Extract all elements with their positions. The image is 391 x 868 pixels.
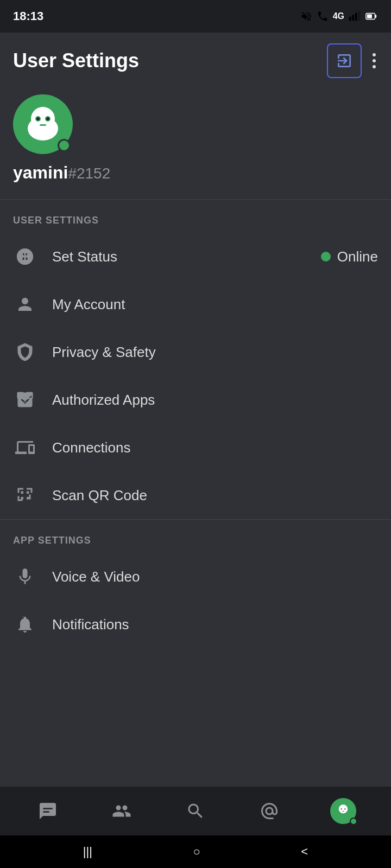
- nav-avatar-icon: [335, 803, 351, 819]
- svg-rect-21: [342, 811, 345, 812]
- svg-point-12: [46, 117, 49, 120]
- svg-rect-5: [367, 14, 372, 18]
- logout-icon: [336, 52, 353, 69]
- svg-rect-1: [352, 15, 354, 21]
- username-row: yamini #2152: [13, 163, 378, 183]
- menu-item-voice-video[interactable]: Voice & Video: [0, 553, 391, 601]
- svg-rect-13: [40, 124, 46, 126]
- android-nav-bar: ||| ○ <: [0, 835, 391, 868]
- menu-item-set-status[interactable]: Set Status Online: [0, 233, 391, 280]
- header-actions: [327, 43, 378, 78]
- nav-item-friends[interactable]: [100, 795, 143, 827]
- menu-item-my-account[interactable]: My Account: [0, 280, 391, 328]
- avatar-container: [13, 94, 73, 154]
- nav-item-profile[interactable]: [321, 795, 365, 827]
- privacy-safety-label: Privacy & Safety: [52, 344, 378, 361]
- svg-point-11: [36, 117, 40, 120]
- status-icons: 4G: [300, 10, 378, 22]
- status-bar: 18:13 4G: [0, 0, 391, 33]
- profile-section: yamini #2152: [0, 89, 391, 199]
- svg-point-20: [344, 808, 345, 809]
- search-nav-icon: [186, 801, 205, 821]
- network-icon: 4G: [333, 11, 344, 21]
- discord-avatar-icon: [21, 103, 65, 146]
- privacy-safety-icon: [13, 340, 37, 364]
- battery-icon: [365, 10, 378, 22]
- app-settings-section-header: APP SETTINGS: [0, 520, 391, 553]
- mentions-nav-icon: [260, 801, 279, 821]
- menu-item-privacy-safety[interactable]: Privacy & Safety: [0, 328, 391, 376]
- set-status-icon: [13, 245, 37, 269]
- connections-icon: [13, 436, 37, 459]
- notifications-label: Notifications: [52, 616, 378, 633]
- mute-icon: [300, 10, 312, 22]
- chat-nav-icon: [38, 801, 58, 821]
- status-text: Online: [337, 248, 378, 265]
- set-status-label: Set Status: [52, 248, 306, 265]
- my-account-icon: [13, 292, 37, 316]
- svg-point-8: [31, 107, 55, 131]
- more-options-button[interactable]: [370, 51, 378, 71]
- my-account-label: My Account: [52, 296, 378, 313]
- user-settings-section-header: USER SETTINGS: [0, 200, 391, 233]
- status-time: 18:13: [13, 9, 43, 23]
- menu-item-connections[interactable]: Connections: [0, 424, 391, 471]
- menu-item-scan-qr-code[interactable]: Scan QR Code: [0, 471, 391, 519]
- android-nav-recents[interactable]: |||: [83, 845, 92, 859]
- voice-video-icon: [13, 565, 37, 589]
- username: yamini: [13, 163, 68, 183]
- signal-icon: [349, 10, 361, 22]
- notifications-icon: [13, 612, 37, 636]
- voip-icon: [317, 10, 329, 22]
- voice-video-label: Voice & Video: [52, 569, 378, 585]
- svg-rect-0: [349, 17, 351, 21]
- svg-rect-17: [43, 811, 49, 813]
- friends-nav-icon: [112, 801, 131, 821]
- svg-point-19: [341, 808, 342, 809]
- android-nav-back[interactable]: <: [301, 845, 308, 859]
- connections-label: Connections: [52, 439, 378, 456]
- menu-item-notifications[interactable]: Notifications: [0, 601, 391, 648]
- authorized-apps-icon: [13, 388, 37, 412]
- scan-qr-code-icon: [13, 483, 37, 507]
- nav-item-mentions[interactable]: [248, 795, 291, 827]
- discriminator: #2152: [68, 165, 110, 182]
- menu-item-authorized-apps[interactable]: Authorized Apps: [0, 376, 391, 424]
- svg-rect-3: [358, 11, 360, 21]
- online-indicator: [321, 252, 331, 261]
- header: User Settings: [0, 33, 391, 89]
- bottom-nav: [0, 787, 391, 835]
- page-title: User Settings: [13, 49, 139, 72]
- svg-rect-16: [43, 808, 53, 809]
- authorized-apps-label: Authorized Apps: [52, 392, 378, 409]
- nav-item-chat[interactable]: [26, 795, 70, 827]
- nav-item-search[interactable]: [174, 795, 217, 827]
- logout-button[interactable]: [327, 43, 362, 78]
- svg-rect-6: [375, 15, 376, 18]
- status-display: Online: [321, 248, 378, 265]
- android-nav-home[interactable]: ○: [193, 845, 200, 859]
- svg-point-18: [339, 805, 348, 814]
- nav-avatar: [330, 798, 356, 824]
- scan-qr-code-label: Scan QR Code: [52, 487, 378, 504]
- nav-avatar-status: [350, 818, 357, 825]
- status-indicator: [58, 139, 71, 152]
- svg-rect-2: [355, 13, 357, 21]
